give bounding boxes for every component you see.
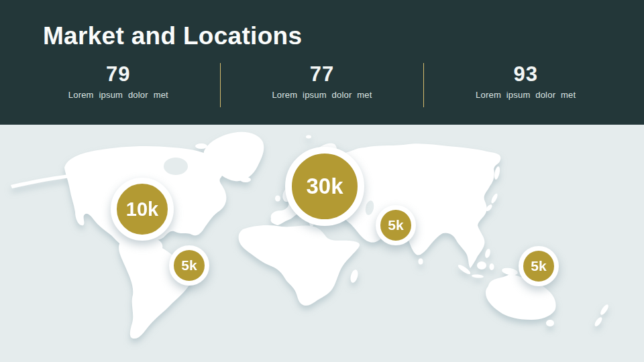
new-zealand-island — [599, 304, 610, 316]
stat-label: Lorem ipsum dolor met — [476, 90, 576, 100]
sri-lanka-island — [419, 259, 423, 265]
japan-island — [490, 193, 499, 204]
arctic-island — [209, 152, 218, 157]
arctic-island — [187, 152, 194, 156]
stat-value: 79 — [106, 63, 130, 86]
stat-item-2: 77 Lorem ipsum dolor met — [221, 63, 424, 107]
madagascar-island — [350, 269, 360, 284]
ireland-landmass — [275, 196, 280, 202]
header-band: Market and Locations 79 Lorem ipsum dolo… — [0, 0, 644, 125]
marker-australia: 5k — [519, 246, 559, 286]
java-island — [472, 274, 484, 279]
tasmania-island — [546, 320, 554, 326]
world-map-section: 10k 5k 30k 5k 5k — [0, 125, 644, 362]
marker-north-america: 10k — [111, 178, 174, 241]
arctic-island — [195, 143, 207, 149]
marker-value: 30k — [306, 174, 343, 199]
kamchatka-landmass — [493, 166, 500, 180]
philippines-island — [484, 248, 491, 258]
new-zealand-island — [594, 316, 604, 327]
stat-label: Lorem ipsum dolor met — [68, 90, 168, 100]
slide-market-and-locations: Market and Locations 79 Lorem ipsum dolo… — [0, 0, 644, 362]
hudson-bay — [164, 158, 188, 175]
stat-item-1: 79 Lorem ipsum dolor met — [17, 63, 220, 107]
marker-south-asia: 5k — [376, 205, 416, 245]
borneo-island — [477, 261, 486, 269]
svalbard-island — [306, 135, 311, 139]
marker-value: 5k — [531, 258, 546, 274]
marker-south-america: 5k — [169, 245, 209, 286]
marker-europe-middle-east: 30k — [285, 147, 364, 226]
stat-item-3: 93 Lorem ipsum dolor met — [424, 63, 627, 107]
marker-value: 5k — [181, 257, 197, 274]
sulawesi-island — [490, 263, 494, 270]
stat-value: 77 — [310, 63, 334, 86]
stats-row: 79 Lorem ipsum dolor met 77 Lorem ipsum … — [17, 63, 627, 107]
marker-value: 5k — [388, 217, 403, 233]
marker-value: 10k — [126, 198, 158, 221]
page-title: Market and Locations — [43, 22, 302, 50]
africa-landmass — [239, 225, 360, 306]
stat-label: Lorem ipsum dolor met — [272, 90, 372, 100]
iceland-landmass — [240, 177, 251, 182]
stat-value: 93 — [513, 63, 537, 86]
red-sea — [333, 223, 345, 241]
